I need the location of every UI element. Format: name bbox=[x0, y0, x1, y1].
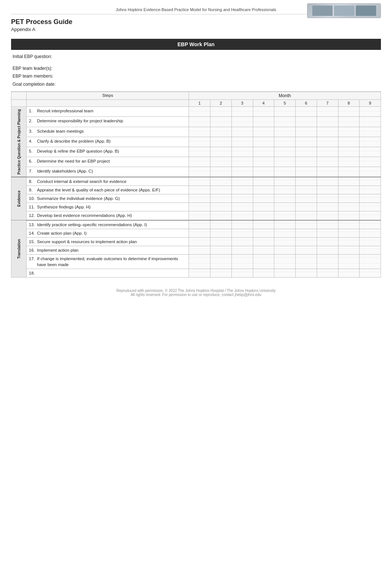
grid-cell-s0-r5-m3 bbox=[253, 157, 274, 167]
grid-cell-s2-r4-m0 bbox=[189, 254, 210, 269]
grid-cell-s0-r2-m3 bbox=[253, 127, 274, 137]
table-row: 15.Secure support & resources to impleme… bbox=[11, 237, 381, 246]
step-text-span-0-5: Determine the need for an EBP project bbox=[37, 158, 110, 164]
grid-cell-s2-r3-m2 bbox=[231, 246, 253, 254]
steps-sub-header bbox=[27, 100, 189, 107]
step-text-1-2: 10.Summarize the individual evidence (Ap… bbox=[27, 194, 189, 203]
grid-cell-s2-r5-m8 bbox=[360, 269, 381, 278]
step-num-1-0: 8. bbox=[29, 178, 35, 184]
grid-cell-s1-r1-m0 bbox=[189, 186, 210, 194]
grid-cell-s2-r1-m7 bbox=[338, 229, 360, 237]
step-text-span-1-3: Synthesize findings (App. H) bbox=[37, 204, 90, 210]
step-text-2-5: 18. bbox=[27, 269, 189, 278]
table-row: 17.If change is implemented, evaluate ou… bbox=[11, 254, 381, 269]
grid-cell-s1-r1-m7 bbox=[338, 186, 360, 194]
grid-cell-s0-r3-m1 bbox=[210, 137, 232, 147]
month-3-header: 3 bbox=[231, 100, 253, 107]
grid-cell-s2-r4-m6 bbox=[317, 254, 338, 269]
grid-cell-s1-r4-m7 bbox=[338, 211, 360, 220]
grid-cell-s1-r3-m0 bbox=[189, 203, 210, 211]
grid-cell-s1-r0-m3 bbox=[253, 177, 274, 186]
team-members-line: EBP team members: bbox=[13, 72, 379, 81]
grid-cell-s2-r3-m4 bbox=[274, 246, 296, 254]
grid-cell-s1-r2-m7 bbox=[338, 194, 360, 203]
step-num-0-4: 5. bbox=[29, 148, 35, 154]
grid-cell-s0-r1-m5 bbox=[296, 117, 317, 127]
grid-cell-s0-r2-m6 bbox=[317, 127, 338, 137]
grid-cell-s0-r2-m5 bbox=[296, 127, 317, 137]
grid-cell-s1-r0-m0 bbox=[189, 177, 210, 186]
step-text-2-2: 15.Secure support & resources to impleme… bbox=[27, 237, 189, 246]
step-text-2-1: 14.Create action plan (App. I) bbox=[27, 229, 189, 237]
info-block: Initial EBP question: EBP team leader(s)… bbox=[11, 50, 381, 92]
grid-cell-s2-r0-m0 bbox=[189, 220, 210, 229]
grid-cell-s0-r0-m5 bbox=[296, 107, 317, 117]
grid-cell-s0-r1-m8 bbox=[360, 117, 381, 127]
grid-cell-s2-r3-m1 bbox=[210, 246, 232, 254]
grid-cell-s1-r4-m0 bbox=[189, 211, 210, 220]
grid-cell-s1-r4-m2 bbox=[231, 211, 253, 220]
grid-cell-s0-r3-m4 bbox=[274, 137, 296, 147]
step-text-2-3: 16.Implement action plan bbox=[27, 246, 189, 254]
step-text-1-0: 8.Conduct internal & external search for… bbox=[27, 177, 189, 186]
step-text-1-4: 12.Develop best evidence recommendations… bbox=[27, 211, 189, 220]
grid-cell-s1-r0-m4 bbox=[274, 177, 296, 186]
grid-cell-s1-r2-m5 bbox=[296, 194, 317, 203]
table-title: EBP Work Plan bbox=[11, 39, 381, 50]
step-text-span-2-4: If change is implemented, evaluate outco… bbox=[37, 256, 186, 268]
ebp-work-plan-table: Steps Month 1 2 3 4 5 6 7 8 9 Practice Q… bbox=[11, 92, 381, 278]
step-num-2-4: 17. bbox=[29, 256, 35, 268]
table-row: 16.Implement action plan bbox=[11, 246, 381, 254]
step-num-0-2: 3. bbox=[29, 128, 35, 134]
grid-cell-s0-r4-m5 bbox=[296, 147, 317, 157]
step-text-0-2: 3.Schedule team meetings bbox=[27, 127, 189, 137]
step-text-span-0-6: Identify stakeholders (App. C) bbox=[37, 168, 93, 174]
table-row: 18. bbox=[11, 269, 381, 278]
grid-cell-s2-r1-m5 bbox=[296, 229, 317, 237]
grid-cell-s0-r4-m3 bbox=[253, 147, 274, 157]
grid-cell-s0-r6-m7 bbox=[338, 167, 360, 177]
step-num-1-4: 12. bbox=[29, 212, 35, 218]
grid-cell-s2-r3-m0 bbox=[189, 246, 210, 254]
grid-cell-s2-r1-m0 bbox=[189, 229, 210, 237]
grid-cell-s0-r0-m7 bbox=[338, 107, 360, 117]
grid-cell-s0-r2-m1 bbox=[210, 127, 232, 137]
grid-cell-s0-r6-m8 bbox=[360, 167, 381, 177]
grid-cell-s0-r3-m8 bbox=[360, 137, 381, 147]
grid-cell-s2-r5-m2 bbox=[231, 269, 253, 278]
step-text-0-0: 1.Recruit interprofessional team bbox=[27, 107, 189, 117]
step-text-1-1: 9.Appraise the level & quality of each p… bbox=[27, 186, 189, 194]
grid-cell-s1-r2-m1 bbox=[210, 194, 232, 203]
month-7-header: 7 bbox=[317, 100, 338, 107]
grid-cell-s0-r5-m0 bbox=[189, 157, 210, 167]
step-num-1-1: 9. bbox=[29, 187, 35, 193]
grid-cell-s0-r5-m1 bbox=[210, 157, 232, 167]
grid-cell-s2-r4-m1 bbox=[210, 254, 232, 269]
goal-date-line: Goal completion date: bbox=[13, 81, 379, 89]
logo-bar-1 bbox=[312, 6, 333, 16]
blank-sub-header bbox=[11, 100, 27, 107]
step-num-1-3: 11. bbox=[29, 204, 35, 210]
step-num-0-6: 7. bbox=[29, 168, 35, 174]
table-row: Evidence8.Conduct internal & external se… bbox=[11, 177, 381, 186]
footer: Reproduced with permission. © 2022 The J… bbox=[11, 289, 381, 297]
section-col-header bbox=[11, 92, 27, 100]
steps-col-header: Steps bbox=[27, 92, 189, 100]
grid-cell-s0-r1-m6 bbox=[317, 117, 338, 127]
table-row: 3.Schedule team meetings bbox=[11, 127, 381, 137]
step-text-span-2-3: Implement action plan bbox=[37, 247, 79, 253]
table-row: 9.Appraise the level & quality of each p… bbox=[11, 186, 381, 194]
grid-cell-s0-r2-m2 bbox=[231, 127, 253, 137]
grid-cell-s1-r3-m8 bbox=[360, 203, 381, 211]
grid-cell-s2-r0-m5 bbox=[296, 220, 317, 229]
grid-cell-s2-r2-m5 bbox=[296, 237, 317, 246]
step-text-span-2-1: Create action plan (App. I) bbox=[37, 230, 86, 236]
grid-cell-s0-r1-m3 bbox=[253, 117, 274, 127]
grid-cell-s2-r2-m7 bbox=[338, 237, 360, 246]
step-num-2-5: 18. bbox=[29, 270, 35, 276]
grid-cell-s2-r2-m2 bbox=[231, 237, 253, 246]
grid-cell-s2-r4-m4 bbox=[274, 254, 296, 269]
grid-cell-s0-r3-m0 bbox=[189, 137, 210, 147]
section-label-1: Evidence bbox=[11, 177, 27, 220]
grid-cell-s2-r2-m1 bbox=[210, 237, 232, 246]
